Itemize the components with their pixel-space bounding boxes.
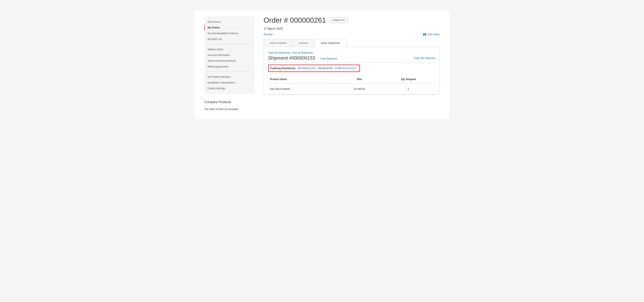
sidebar-item-my-account[interactable]: My Account [204,19,252,25]
tab-order-shipments[interactable]: Order Shipments [314,39,346,47]
print-order-link[interactable]: Print Order [423,33,440,36]
reorder-link[interactable]: Reorder [264,33,273,36]
col-header-sku: SKU [337,75,382,83]
tracking-numbers-box: Tracking Number(s): 897946241231 , 65465… [268,65,360,72]
print-icon [423,33,426,36]
print-order-label: Print Order [428,33,440,36]
track-all-shipments-link[interactable]: Track All Shipments [268,51,290,54]
order-tabs: Items OrderedInvoicesOrder Shipments [264,39,440,47]
track-this-shipment-link[interactable]: Track this shipment [414,57,435,60]
tracking-number-link[interactable]: 897946241231 [298,67,316,70]
tracking-number-link[interactable]: 97987413213213 [335,67,356,70]
compare-products-empty: You have no items to compare. [204,108,254,110]
print-shipment-link[interactable]: Print Shipment [320,57,337,60]
account-sidebar: My AccountMy OrdersMy Downloadable Produ… [204,16,254,94]
sidebar-item-billing-agreements[interactable]: Billing Agreements [204,64,252,69]
shipment-items-table: Product Name SKU Qty Shipped Didi Sport … [268,75,435,94]
tab-items-ordered[interactable]: Items Ordered [264,39,292,47]
compare-products-title: Compare Products [204,100,254,104]
sidebar-item-newsletter-subscriptions[interactable]: Newsletter Subscriptions [204,80,252,85]
sidebar-item-stored-payment-methods[interactable]: Stored Payment Methods [204,58,252,64]
print-all-shipments-link[interactable]: Print All Shipments [292,51,313,54]
status-badge: COMPLETE [329,18,348,23]
shipment-title: Shipment #000000153 [268,55,315,61]
table-row: Didi Sport Watch24-WG022 [268,83,435,94]
page-title: Order # 000000261 [264,16,326,24]
sidebar-item-account-information[interactable]: Account Information [204,52,252,58]
cell-product-name: Didi Sport Watch [268,83,337,94]
sidebar-item-my-downloadable-products[interactable]: My Downloadable Products [204,30,252,36]
sidebar-item-cookie-settings[interactable]: Cookie Settings [204,85,252,91]
order-date: 17 March 2023 [264,27,440,30]
cell-qty: 2 [382,83,435,94]
col-header-product: Product Name [268,75,337,83]
sidebar-item-my-product-reviews[interactable]: My Product Reviews [204,74,252,80]
col-header-qty: Qty Shipped [382,75,435,83]
tracking-number-link[interactable]: 6546546456 [318,67,333,70]
sidebar-item-address-book[interactable]: Address Book [204,46,252,52]
tracking-numbers-label: Tracking Number(s): [270,67,296,70]
sidebar-item-my-orders[interactable]: My Orders [204,25,252,30]
cell-sku: 24-WG02 [337,83,382,94]
sidebar-item-my-wish-list[interactable]: My Wish List [204,36,252,42]
tab-invoices[interactable]: Invoices [292,39,314,47]
tab-content-shipments: Track All Shipments Print All Shipments … [264,47,440,95]
